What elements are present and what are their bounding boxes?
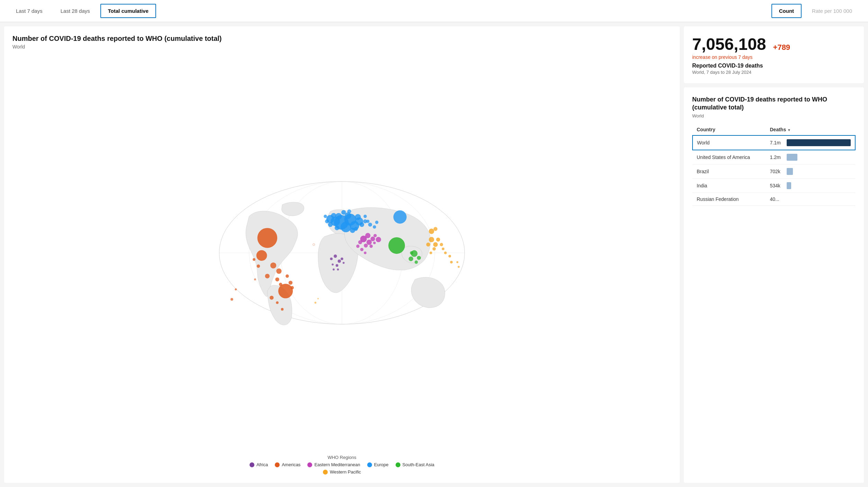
- tab-last28[interactable]: Last 28 days: [53, 4, 98, 18]
- svg-point-71: [333, 268, 335, 271]
- bar-fill: [787, 182, 791, 189]
- cell-country: United States of America: [693, 150, 766, 165]
- legend-label-europe: Europe: [374, 462, 389, 467]
- svg-point-62: [376, 237, 381, 242]
- table-title: Number of COVID-19 deaths reported to WH…: [692, 96, 856, 112]
- svg-point-63: [334, 255, 337, 258]
- stats-card: 7,056,108 +789 increase on previous 7 da…: [684, 26, 864, 83]
- table-wrapper: Country Deaths ▼ World7.1mUnited States …: [692, 124, 856, 206]
- legend-item-africa: Africa: [250, 462, 268, 467]
- bar-value: 1.2m: [770, 154, 784, 160]
- cell-country: World: [693, 135, 766, 150]
- bar-track: [787, 182, 851, 189]
- svg-point-54: [364, 244, 368, 248]
- col-country: Country: [693, 124, 766, 135]
- map-container: [12, 55, 671, 451]
- svg-point-80: [426, 242, 430, 247]
- svg-point-7: [256, 250, 267, 261]
- stats-meta: World, 7 days to 28 July 2024: [692, 70, 856, 75]
- svg-point-95: [314, 302, 316, 304]
- table-card: Number of COVID-19 deaths reported to WH…: [684, 87, 864, 483]
- bar-value: 40...: [770, 196, 784, 202]
- svg-point-56: [373, 234, 377, 237]
- svg-point-89: [456, 261, 459, 263]
- table-row[interactable]: India534k: [693, 178, 855, 193]
- increase-value: +789: [773, 43, 790, 52]
- deaths-label: Reported COVID-19 deaths: [692, 63, 856, 69]
- svg-point-65: [330, 257, 333, 260]
- bar-track: [787, 139, 851, 146]
- svg-point-11: [275, 277, 279, 282]
- svg-point-13: [289, 281, 293, 285]
- svg-point-55: [358, 240, 362, 245]
- cell-deaths: 534k: [766, 178, 856, 193]
- svg-point-35: [341, 210, 346, 214]
- bar-track: [787, 168, 851, 175]
- metric-count-button[interactable]: Count: [771, 4, 802, 18]
- svg-point-25: [341, 222, 351, 232]
- svg-point-18: [281, 308, 284, 311]
- svg-point-30: [335, 213, 342, 220]
- legend-label-sea: South-East Asia: [403, 462, 435, 467]
- legend-item-europe: Europe: [367, 462, 389, 467]
- deaths-table: Country Deaths ▼ World7.1mUnited States …: [692, 124, 856, 206]
- legend-item-americas: Americas: [275, 462, 300, 467]
- map-panel: Number of COVID-19 deaths reported to WH…: [4, 26, 680, 483]
- svg-point-12: [279, 283, 282, 286]
- map-legend: WHO Regions Africa Americas Eastern Medi…: [12, 455, 671, 475]
- svg-point-21: [230, 298, 233, 301]
- total-deaths-count: 7,056,108: [692, 35, 766, 54]
- svg-point-32: [355, 214, 361, 220]
- svg-point-44: [366, 220, 370, 223]
- metric-tab-group: Count Rate per 100 000: [771, 4, 860, 18]
- svg-point-70: [337, 268, 339, 271]
- svg-point-36: [360, 222, 364, 227]
- svg-point-64: [338, 259, 341, 263]
- world-map-svg: [12, 173, 671, 333]
- svg-point-96: [317, 298, 319, 299]
- svg-point-86: [430, 251, 432, 254]
- cell-country: Brazil: [693, 164, 766, 178]
- wp-dot: [323, 470, 328, 475]
- svg-point-17: [276, 301, 279, 304]
- svg-point-74: [409, 257, 413, 261]
- tab-last7[interactable]: Last 7 days: [8, 4, 50, 18]
- svg-point-46: [394, 210, 407, 223]
- americas-dot: [275, 462, 280, 467]
- bar-track: [787, 154, 851, 161]
- time-tab-group: Last 7 days Last 28 days Total cumulativ…: [8, 4, 156, 18]
- main-content: Number of COVID-19 deaths reported to WH…: [0, 22, 868, 487]
- svg-point-79: [433, 242, 438, 247]
- svg-point-82: [433, 247, 436, 251]
- svg-point-90: [458, 266, 460, 268]
- metric-rate-button[interactable]: Rate per 100 000: [804, 4, 860, 18]
- svg-point-33: [331, 213, 336, 218]
- bar-fill: [787, 154, 798, 161]
- svg-point-77: [410, 251, 413, 255]
- sea-dot: [396, 462, 400, 467]
- europe-dot: [367, 462, 372, 467]
- table-row[interactable]: World7.1m: [693, 135, 855, 150]
- cell-country: Russian Federation: [693, 193, 766, 205]
- svg-point-76: [415, 260, 418, 264]
- col-deaths[interactable]: Deaths ▼: [766, 124, 856, 135]
- svg-point-49: [375, 221, 379, 224]
- svg-point-48: [373, 225, 376, 229]
- table-row[interactable]: Russian Federation40...: [693, 193, 855, 205]
- svg-point-72: [388, 237, 405, 254]
- table-row[interactable]: Brazil702k: [693, 164, 855, 178]
- svg-point-59: [360, 248, 364, 251]
- svg-point-60: [364, 251, 367, 254]
- svg-point-88: [450, 261, 453, 264]
- tab-total[interactable]: Total cumulative: [100, 4, 156, 18]
- svg-point-58: [356, 245, 360, 248]
- cell-deaths: 7.1m: [766, 135, 856, 150]
- eastern-med-dot: [307, 462, 312, 467]
- legend-items-row2: Western Pacific: [12, 469, 671, 475]
- table-row[interactable]: United States of America1.2m: [693, 150, 855, 165]
- legend-label-africa: Africa: [256, 462, 268, 467]
- svg-point-81: [436, 238, 440, 242]
- increase-label: increase on previous 7 days: [692, 54, 856, 60]
- top-bar: Last 7 days Last 28 days Total cumulativ…: [0, 0, 868, 22]
- svg-point-45: [324, 215, 327, 218]
